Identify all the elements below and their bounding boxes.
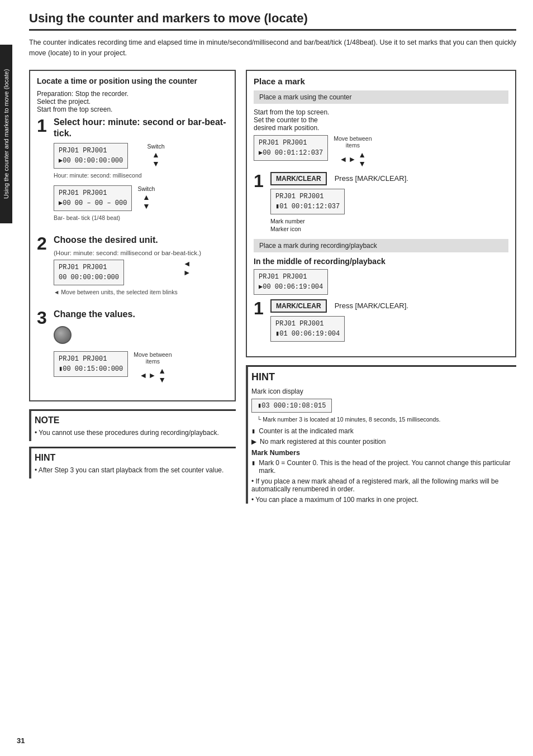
sub1-step1-lcd-line2: ▮01 00:01:12:037	[275, 202, 340, 212]
place-mark-box: Place a mark Place a mark using the coun…	[246, 70, 516, 357]
sub1-step1-mark-row: MARK/CLEAR Press [MARK/CLEAR].	[270, 172, 508, 185]
mark-number-label: Mark number	[270, 218, 305, 224]
arrow-down-1: ▼	[152, 160, 160, 168]
hint-mark0: ▮ Mark 0 = Counter 0. This is the head o…	[251, 459, 516, 475]
step-1-title: Select hour: minute: second or bar-beat-…	[54, 117, 228, 140]
sub1-step1: 1 MARK/CLEAR Press [MARK/CLEAR]. PRJ01 P…	[254, 172, 508, 232]
hint-bullet-1-text: Counter is at the indicated mark	[259, 427, 353, 435]
hint-lcd-sublabel-text: Mark number 3 is located at 10 minutes, …	[263, 416, 440, 423]
lcd1-line1: PRJ01 PRJ001	[59, 146, 123, 156]
sub1-arrow-down: ▼	[358, 160, 366, 168]
sub1-step1-number: 1	[254, 172, 267, 190]
place-mark-title: Place a mark	[254, 76, 508, 86]
switch-1-block: Switch ▲ ▼	[147, 143, 165, 168]
arrow-right-2: ►	[183, 269, 191, 276]
arrow-left-2: ◄	[183, 260, 191, 267]
note-box: NOTE • You cannot use these procedures d…	[29, 409, 236, 441]
sub1-arrow-left: ◄	[340, 155, 348, 163]
step-3-move-label: Move betweenitems	[134, 351, 172, 365]
lcd1-label: Hour: minute: second: millisecond	[54, 172, 142, 179]
step-1-content: Select hour: minute: second or bar-beat-…	[54, 117, 228, 228]
step-2-lcd-row: PRJ01 PRJ001 00 00:00:00:000 ◄ Move betw…	[54, 260, 228, 298]
lcd-group-4: PRJ01 PRJ001 ▮00 00:15:00:000	[54, 351, 128, 379]
hint-right-bullet2: • You can place a maximum of 100 marks i…	[251, 496, 516, 504]
sub1-lr-arrows: ◄ ►	[340, 151, 356, 168]
side-tab-label: Using the counter and markers to move (l…	[2, 69, 10, 199]
lcd3-line2: 00 00:00:00:000	[59, 272, 119, 283]
step-3: 3 Change the values. PRJ01 PRJ001	[37, 309, 228, 388]
prep-text: Preparation: Stop the recorder. Select t…	[37, 90, 228, 113]
sub2-step1-content: MARK/CLEAR Press [MARK/CLEAR]. PRJ01 PRJ…	[270, 299, 508, 344]
step-1: 1 Select hour: minute: second or bar-bea…	[37, 117, 228, 228]
lcd2-line2: ▶00 00 – 00 – 000	[59, 198, 127, 208]
hint-bullet-1: ▮ Counter is at the indicated mark	[251, 427, 516, 435]
lcd1-line2: ▶00 00:00:00:000	[59, 156, 123, 166]
sub1-intro3: desired mark position.	[254, 124, 319, 132]
lcd3-sublabel-arrow-left: ◄	[54, 289, 59, 295]
right-column: Place a mark Place a mark using the coun…	[246, 70, 516, 504]
mark-clear-button-1[interactable]: MARK/CLEAR	[270, 172, 327, 185]
lcd-group-1: PRJ01 PRJ001 ▶00 00:00:00:000 Hour: minu…	[54, 143, 142, 181]
page-title: Using the counter and markers to move (l…	[29, 11, 516, 31]
sub1-step1-content: MARK/CLEAR Press [MARK/CLEAR]. PRJ01 PRJ…	[270, 172, 508, 232]
lcd4-line1: PRJ01 PRJ001	[59, 354, 123, 364]
sub2-step1-lcd-line1: PRJ01 PRJ001	[275, 319, 340, 329]
sub1-arrow-up: ▲	[358, 151, 366, 159]
sub2-step1-number: 1	[254, 299, 267, 317]
lcd3-sublabel: ◄ Move between units, the selected item …	[54, 289, 178, 295]
sub2-step1-mark-row: MARK/CLEAR Press [MARK/CLEAR].	[270, 299, 508, 313]
lcd2-line1: PRJ01 PRJ001	[59, 188, 127, 198]
left-column: Locate a time or position using the coun…	[29, 70, 236, 479]
mark-clear-button-2[interactable]: MARK/CLEAR	[270, 299, 327, 313]
sub1-title: Place a mark using the counter	[254, 90, 508, 104]
lcd4-line2: ▮00 00:15:00:000	[59, 364, 123, 374]
sub2-title: Place a mark during recording/playback	[254, 239, 508, 252]
note-title: NOTE	[35, 415, 230, 425]
hint-subtitle-right: Mark icon display	[251, 387, 516, 395]
hint-bullet-1-icon: ▮	[251, 427, 255, 435]
lcd-group-2: PRJ01 PRJ001 ▶00 00 – 00 – 000 Bar- beat…	[54, 185, 132, 223]
hint-section-right: HINT Mark icon display ▮03 000:10:08:015…	[246, 365, 516, 504]
sub1-step1-lcd-line1: PRJ01 PRJ001	[275, 192, 340, 202]
ud-arrows: ▲ ▼	[158, 367, 166, 384]
sub1-arrow-right: ►	[348, 155, 356, 163]
sub2-step1-press: Press [MARK/CLEAR].	[335, 302, 408, 310]
jog-dial[interactable]	[54, 326, 72, 344]
sub2-step1-lcd: PRJ01 PRJ001 ▮01 00:06:19:004	[270, 316, 345, 342]
sub1-intro2: Set the counter to the	[254, 116, 318, 124]
sub1-lcd-line2: ▶00 00:01:12:037	[259, 148, 323, 158]
hint-lcd-sublabel: └ Mark number 3 is located at 10 minutes…	[257, 416, 516, 423]
step-2-arrows: ◄ ►	[183, 260, 191, 276]
arrow-up-3: ▲	[158, 367, 166, 375]
arrow-up-1: ▲	[152, 151, 160, 159]
sub1-move-block: Move betweenitems ◄ ► ▲ ▼	[334, 135, 372, 168]
sub1-lcd-row: PRJ01 PRJ001 ▶00 00:01:12:037 Move betwe…	[254, 135, 508, 168]
step-2-content: Choose the desired unit. (Hour: minute: …	[54, 235, 228, 302]
sub1-step1-lcd: PRJ01 PRJ001 ▮01 00:01:12:037	[270, 189, 345, 214]
sub2-lcd-line2: ▶00 00:06:19:004	[259, 282, 323, 292]
hint-text-left: • After Step 3 you can start playback fr…	[35, 466, 230, 474]
locate-section-title: Locate a time or position using the coun…	[37, 76, 228, 85]
hint-bullet-2-text: No mark registered at this counter posit…	[260, 438, 386, 446]
arrow-up-2: ▲	[142, 193, 150, 201]
step-1-number: 1	[37, 117, 50, 135]
hint-lcd: ▮03 000:10:08:015	[251, 399, 332, 413]
step-2: 2 Choose the desired unit. (Hour: minute…	[37, 235, 228, 302]
switch-1-label: Switch	[147, 143, 165, 150]
hint-right-bullet1: • If you place a new mark ahead of a reg…	[251, 477, 516, 493]
lcd3-line1: PRJ01 PRJ001	[59, 262, 119, 272]
hint-mark0-icon: ▮	[251, 459, 255, 467]
step-3-title: Change the values.	[54, 309, 228, 320]
step-3-arrows: ◄ ► ▲ ▼	[134, 367, 172, 384]
step-3-number: 3	[37, 309, 50, 327]
switch-1-arrows: ▲ ▼	[152, 151, 160, 168]
lcd2-label: Bar- beat- tick (1/48 beat)	[54, 214, 132, 221]
sub2-lcd-line1: PRJ01 PRJ001	[259, 272, 323, 282]
hint-title-right: HINT	[251, 371, 516, 383]
arrow-down-3: ▼	[158, 376, 166, 384]
step-3-move-block: Move betweenitems ◄ ► ▲ ▼	[134, 351, 172, 384]
sub1-arrows: ◄ ► ▲ ▼	[334, 151, 372, 168]
lcd-section-row-2: PRJ01 PRJ001 ▶00 00 – 00 – 000 Bar- beat…	[54, 185, 228, 223]
lcd-display-2: PRJ01 PRJ001 ▶00 00 – 00 – 000	[54, 185, 132, 211]
page-number: 31	[17, 736, 25, 745]
